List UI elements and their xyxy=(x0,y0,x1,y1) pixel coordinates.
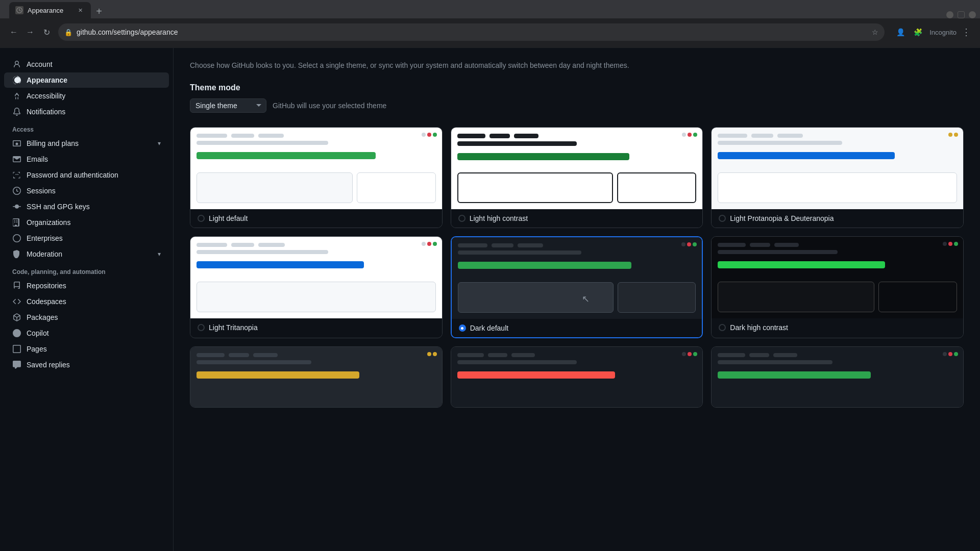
sidebar-item-notifications[interactable]: Notifications xyxy=(4,104,169,119)
saved-replies-icon xyxy=(12,360,21,369)
theme-preview-dark-hc xyxy=(712,237,963,318)
theme-label-dark-default: Dark default xyxy=(452,319,702,337)
theme-label-light-trit: Light Tritanopia xyxy=(190,318,442,337)
theme-card-light-default[interactable]: Light default xyxy=(190,127,443,228)
copilot-icon xyxy=(12,329,21,338)
sidebar-item-enterprises[interactable]: Enterprises xyxy=(4,231,169,246)
sidebar-organizations-label: Organizations xyxy=(27,218,70,227)
sidebar-item-copilot[interactable]: Copilot xyxy=(4,325,169,341)
omnibar-actions: ☆ xyxy=(872,28,878,36)
sidebar-item-accessibility[interactable]: Accessibility xyxy=(4,88,169,104)
sidebar-item-pages[interactable]: Pages xyxy=(4,341,169,357)
theme-mode-select[interactable]: Single themeSync with system xyxy=(190,98,266,113)
incognito-label: Incognito xyxy=(929,29,957,36)
page-description: Choose how GitHub looks to you. Select a… xyxy=(190,60,964,71)
theme-radio-dark-default[interactable] xyxy=(459,324,466,332)
theme-label-light-hc: Light high contrast xyxy=(451,209,703,228)
theme-preview-dark-default: ↖ xyxy=(452,237,702,319)
sidebar-item-organizations[interactable]: Organizations xyxy=(4,215,169,230)
account-icon xyxy=(12,60,21,69)
omnibar-row: ← → ↻ 🔒 github.com/settings/appearance ☆… xyxy=(0,18,980,46)
theme-preview-light-hc xyxy=(451,128,703,209)
extensions-button[interactable]: 🧩 xyxy=(910,24,925,40)
url-display: github.com/settings/appearance xyxy=(77,28,868,36)
access-section-label: Access xyxy=(0,120,173,135)
theme-preview-light-protan xyxy=(712,128,963,209)
sidebar-repositories-label: Repositories xyxy=(27,282,66,290)
menu-button[interactable]: ⋮ xyxy=(959,24,974,40)
sidebar-item-password[interactable]: Password and authentication xyxy=(4,167,169,183)
theme-mode-row: Single themeSync with system GitHub will… xyxy=(190,98,964,113)
sidebar-pages-label: Pages xyxy=(27,345,47,353)
theme-card-dark-dimmed[interactable] xyxy=(190,346,443,408)
sidebar-billing-label: Billing and plans xyxy=(27,139,79,147)
enterprises-icon xyxy=(12,234,21,243)
back-button[interactable]: ← xyxy=(6,24,21,40)
theme-card-dark-default[interactable]: ↖ Dark default xyxy=(451,236,703,338)
sidebar-item-ssh[interactable]: SSH and GPG keys xyxy=(4,199,169,214)
password-icon xyxy=(12,170,21,180)
codespaces-icon xyxy=(12,297,21,306)
cursor-indicator: ↖ xyxy=(582,293,590,305)
sidebar-item-saved-replies[interactable]: Saved replies xyxy=(4,357,169,372)
tab-title: Appearance xyxy=(28,7,71,14)
theme-card-dark-hc[interactable]: Dark high contrast xyxy=(711,236,964,338)
sidebar-item-appearance[interactable]: Appearance xyxy=(4,72,169,88)
emails-icon xyxy=(12,155,21,164)
theme-card-dark-protan[interactable] xyxy=(451,346,703,408)
new-tab-button[interactable]: + xyxy=(92,4,106,18)
forward-button[interactable]: → xyxy=(22,24,38,40)
lock-icon: 🔒 xyxy=(64,29,72,36)
sidebar-item-moderation[interactable]: Moderation ▾ xyxy=(4,246,169,262)
sidebar-item-account[interactable]: Account xyxy=(4,57,169,72)
sidebar-item-sessions[interactable]: Sessions xyxy=(4,183,169,198)
sidebar-password-label: Password and authentication xyxy=(27,171,118,179)
browser-chrome: Appearance ✕ + ← → ↻ 🔒 github.com/settin… xyxy=(0,0,980,48)
moderation-icon xyxy=(12,249,21,259)
repositories-icon xyxy=(12,281,21,290)
pages-icon xyxy=(12,344,21,354)
theme-radio-light-hc[interactable] xyxy=(458,215,465,222)
theme-preview-light-trit xyxy=(190,237,442,318)
theme-radio-light-protan[interactable] xyxy=(719,215,726,222)
sidebar-sessions-label: Sessions xyxy=(27,187,56,195)
theme-card-light-protan[interactable]: Light Protanopia & Deuteranopia xyxy=(711,127,964,228)
theme-card-dark-trit[interactable] xyxy=(711,346,964,408)
theme-card-light-trit[interactable]: Light Tritanopia xyxy=(190,236,443,338)
reload-button[interactable]: ↻ xyxy=(39,24,54,40)
ssh-icon xyxy=(12,202,21,211)
sidebar-item-codespaces[interactable]: Codespaces xyxy=(4,294,169,309)
sidebar-account-label: Account xyxy=(27,60,53,68)
profile-button[interactable]: 👤 xyxy=(893,24,908,40)
theme-radio-dark-hc[interactable] xyxy=(719,324,726,331)
theme-radio-light-default[interactable] xyxy=(198,215,205,222)
sidebar-item-repositories[interactable]: Repositories xyxy=(4,278,169,293)
moderation-chevron-icon: ▾ xyxy=(158,251,161,258)
main-content: Choose how GitHub looks to you. Select a… xyxy=(174,48,980,551)
tab-bar: Appearance ✕ + xyxy=(0,0,980,18)
sidebar-appearance-label: Appearance xyxy=(27,76,67,84)
bookmark-icon[interactable]: ☆ xyxy=(872,28,878,36)
sidebar-item-packages[interactable]: Packages xyxy=(4,310,169,325)
theme-label-light-protan: Light Protanopia & Deuteranopia xyxy=(712,209,963,228)
sidebar-ssh-label: SSH and GPG keys xyxy=(27,203,90,211)
theme-label-light-default: Light default xyxy=(190,209,442,228)
sidebar-item-billing[interactable]: Billing and plans ▾ xyxy=(4,136,169,151)
theme-preview-dark-dimmed xyxy=(190,347,442,408)
billing-icon xyxy=(12,139,21,148)
sidebar-saved-replies-label: Saved replies xyxy=(27,361,70,369)
sidebar-accessibility-label: Accessibility xyxy=(27,92,65,100)
address-bar[interactable]: 🔒 github.com/settings/appearance ☆ xyxy=(58,23,885,41)
tab-close-button[interactable]: ✕ xyxy=(76,6,85,15)
sidebar-item-emails[interactable]: Emails xyxy=(4,152,169,167)
browser-action-buttons: 👤 🧩 Incognito ⋮ xyxy=(893,24,974,40)
maximize-button[interactable] xyxy=(958,11,965,18)
theme-radio-light-trit[interactable] xyxy=(198,324,205,331)
theme-card-light-hc[interactable]: Light high contrast xyxy=(451,127,703,228)
close-button[interactable] xyxy=(969,11,976,18)
minimize-button[interactable] xyxy=(946,11,953,18)
active-tab[interactable]: Appearance ✕ xyxy=(9,2,91,18)
settings-sidebar: Account Appearance Accessibility Notific… xyxy=(0,48,174,551)
sidebar-copilot-label: Copilot xyxy=(27,329,49,337)
theme-preview-light-default xyxy=(190,128,442,209)
